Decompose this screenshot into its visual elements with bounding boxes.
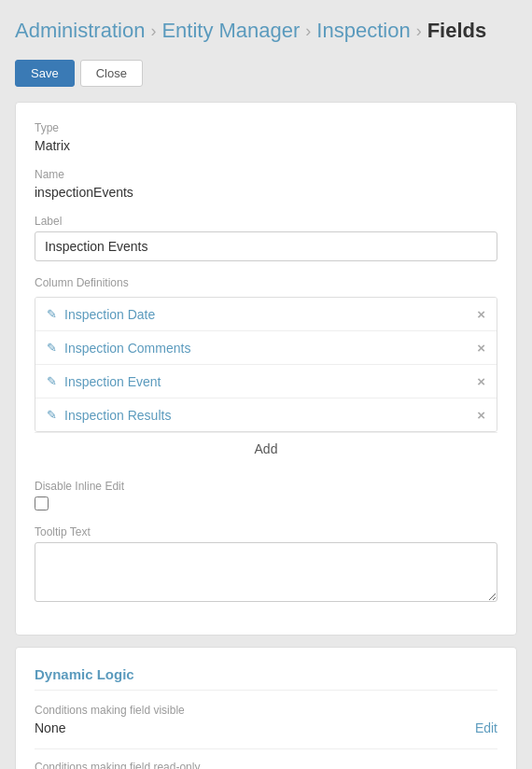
toolbar: Save Close — [15, 60, 517, 87]
edit-column-icon[interactable]: ✎ — [47, 408, 57, 422]
breadcrumb-administration[interactable]: Administration — [15, 19, 145, 43]
visible-conditions-value: None — [35, 720, 65, 735]
disable-inline-group: Disable Inline Edit — [35, 480, 497, 510]
remove-column-icon[interactable]: × — [477, 407, 485, 423]
column-def-item: ✎Inspection Results× — [35, 398, 497, 431]
breadcrumb: Administration › Entity Manager › Inspec… — [15, 19, 517, 43]
remove-column-icon[interactable]: × — [477, 340, 485, 356]
breadcrumb-sep-3: › — [416, 21, 422, 41]
type-value: Matrix — [35, 138, 497, 153]
page-wrapper: Administration › Entity Manager › Inspec… — [0, 0, 532, 769]
column-def-name[interactable]: Inspection Date — [64, 307, 477, 322]
save-button[interactable]: Save — [15, 60, 75, 87]
edit-column-icon[interactable]: ✎ — [47, 374, 57, 388]
column-def-list: ✎Inspection Date×✎Inspection Comments×✎I… — [35, 297, 497, 432]
name-group: Name inspectionEvents — [35, 168, 497, 200]
disable-inline-checkbox[interactable] — [35, 496, 49, 510]
column-def-name[interactable]: Inspection Event — [64, 374, 477, 389]
edit-column-icon[interactable]: ✎ — [47, 341, 57, 355]
readonly-conditions-section: Conditions making field read-only None E… — [35, 761, 497, 769]
breadcrumb-sep-2: › — [305, 21, 311, 41]
type-group: Type Matrix — [35, 121, 497, 153]
add-column-button[interactable]: Add — [35, 432, 497, 465]
tooltip-label: Tooltip Text — [35, 525, 497, 538]
disable-inline-checkbox-row — [35, 496, 497, 510]
remove-column-icon[interactable]: × — [477, 373, 485, 389]
breadcrumb-sep-1: › — [150, 21, 156, 41]
tooltip-input[interactable] — [35, 542, 497, 602]
name-label: Name — [35, 168, 497, 181]
column-def-name[interactable]: Inspection Comments — [64, 341, 477, 356]
breadcrumb-fields: Fields — [427, 19, 487, 43]
logic-divider — [35, 748, 497, 749]
column-def-name[interactable]: Inspection Results — [64, 408, 477, 423]
column-defs-label: Column Definitions — [35, 276, 497, 289]
label-label: Label — [35, 215, 497, 228]
visible-conditions-row: None Edit — [35, 720, 497, 735]
readonly-conditions-label: Conditions making field read-only — [35, 761, 497, 769]
close-button[interactable]: Close — [80, 60, 143, 87]
tooltip-group: Tooltip Text — [35, 525, 497, 605]
column-def-item: ✎Inspection Event× — [35, 365, 497, 398]
column-def-item: ✎Inspection Comments× — [35, 331, 497, 365]
label-input[interactable] — [35, 231, 497, 261]
breadcrumb-inspection[interactable]: Inspection — [316, 19, 410, 43]
visible-conditions-label: Conditions making field visible — [35, 704, 497, 717]
disable-inline-label: Disable Inline Edit — [35, 480, 497, 493]
remove-column-icon[interactable]: × — [477, 306, 485, 322]
visible-conditions-section: Conditions making field visible None Edi… — [35, 704, 497, 735]
visible-conditions-edit-button[interactable]: Edit — [475, 720, 497, 735]
breadcrumb-entity-manager[interactable]: Entity Manager — [161, 19, 300, 43]
dynamic-logic-card: Dynamic Logic Conditions making field vi… — [15, 647, 517, 769]
name-value: inspectionEvents — [35, 185, 497, 200]
label-group: Label — [35, 215, 497, 261]
column-def-item: ✎Inspection Date× — [35, 298, 497, 331]
type-label: Type — [35, 121, 497, 134]
column-defs-group: Column Definitions ✎Inspection Date×✎Ins… — [35, 276, 497, 465]
dynamic-logic-title: Dynamic Logic — [35, 666, 497, 691]
main-card: Type Matrix Name inspectionEvents Label … — [15, 102, 517, 636]
edit-column-icon[interactable]: ✎ — [47, 307, 57, 321]
